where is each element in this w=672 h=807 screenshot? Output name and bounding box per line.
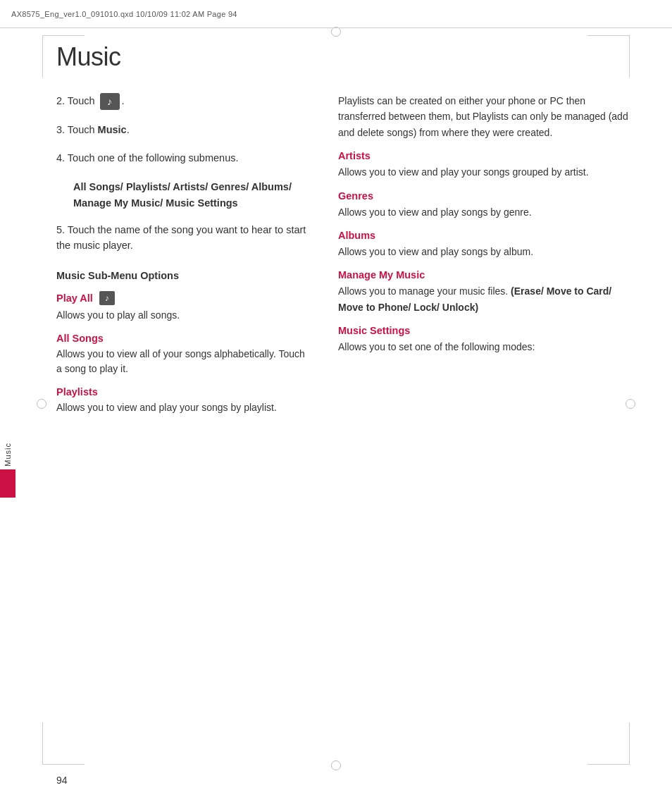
albums-text: Allows you to view and play songs by alb… [338, 244, 630, 259]
step-2-number: 2. Touch [56, 95, 98, 106]
submenu-playlists-text: Allows you to view and play your songs b… [56, 400, 310, 415]
header-text: AX8575_Eng_ver1.0_091010.qxd 10/10/09 11… [11, 10, 237, 18]
submenu-playlists: Playlists Allows you to view and play yo… [56, 386, 310, 415]
step-5-text: 5. Touch the name of the song you want t… [56, 224, 306, 251]
step-2-period: . [122, 95, 125, 106]
music-settings-text: Allows you to set one of the following m… [338, 339, 630, 355]
artists-text: Allows you to view and play your songs g… [338, 164, 630, 180]
manage-my-music-bold: (Erase/ Move to Card/ Move to Phone/ Loc… [338, 285, 611, 312]
main-content: Music 2. Touch . 3. Touch Music. 4. Touc… [56, 42, 630, 751]
corner-mark-tr-h [587, 35, 630, 36]
corner-mark-br-h [587, 764, 630, 765]
submenu-playlists-heading: Playlists [56, 386, 310, 398]
registration-mark-left [37, 399, 46, 409]
submenu-play-all: Play All Allows you to play all songs. [56, 291, 310, 323]
sub-section-heading: Music Sub-Menu Options [56, 270, 310, 281]
left-column: 2. Touch . 3. Touch Music. 4. Touch one … [56, 93, 310, 415]
step-3-number: 3. Touch [56, 124, 98, 135]
submenu-artists: Artists Allows you to view and play your… [338, 150, 630, 180]
playlists-label: Playlists [56, 386, 98, 398]
submenu-all-songs-text: Allows you to view all of your songs alp… [56, 347, 310, 376]
manage-my-music-heading: Manage My Music [338, 269, 630, 281]
registration-mark-bottom [331, 760, 341, 770]
submenu-play-all-heading: Play All [56, 291, 310, 305]
step-3-music-text: Music [98, 124, 127, 135]
genres-heading: Genres [338, 190, 630, 202]
registration-mark-top [331, 27, 341, 37]
play-all-icon [99, 291, 115, 305]
albums-heading: Albums [338, 230, 630, 241]
columns-layout: 2. Touch . 3. Touch Music. 4. Touch one … [56, 93, 630, 415]
step-4: 4. Touch one of the following submenus. [56, 151, 310, 166]
artists-heading: Artists [338, 150, 630, 161]
manage-my-music-text: Allows you to manage your music files. (… [338, 283, 630, 315]
submenu-all-songs-heading: All Songs [56, 333, 310, 344]
genres-text: Allows you to view and play songs by gen… [338, 204, 630, 220]
corner-mark-tl-v [42, 35, 43, 78]
music-icon-step2 [100, 93, 120, 110]
submenu-albums: Albums Allows you to view and play songs… [338, 230, 630, 259]
step-2: 2. Touch . [56, 93, 310, 110]
submenu-play-all-text: Allows you to play all songs. [56, 308, 310, 323]
side-tab-label: Music [4, 443, 12, 467]
corner-mark-tl-h [42, 35, 85, 36]
step-3: 3. Touch Music. [56, 123, 310, 138]
side-tab: Music [0, 437, 15, 529]
submenus-list: All Songs/ Playlists/ Artists/ Genres/ A… [73, 179, 310, 211]
submenu-manage-my-music: Manage My Music Allows you to manage you… [338, 269, 630, 315]
play-all-label: Play All [56, 292, 93, 304]
corner-mark-bl-h [42, 764, 85, 765]
submenu-music-settings: Music Settings Allows you to set one of … [338, 325, 630, 355]
all-songs-label: All Songs [56, 333, 104, 344]
right-column: Playlists can be created on either your … [338, 93, 630, 415]
step-5: 5. Touch the name of the song you want t… [56, 223, 310, 254]
side-tab-bar [0, 469, 15, 498]
submenu-all-songs: All Songs Allows you to view all of your… [56, 333, 310, 376]
page-title: Music [56, 42, 630, 72]
step-3-period: . [127, 124, 130, 135]
music-settings-heading: Music Settings [338, 325, 630, 336]
step-4-text: 4. Touch one of the following submenus. [56, 152, 239, 164]
corner-mark-bl-v [42, 722, 43, 765]
page-number: 94 [56, 775, 68, 786]
header-bar: AX8575_Eng_ver1.0_091010.qxd 10/10/09 11… [0, 0, 672, 28]
submenu-genres: Genres Allows you to view and play songs… [338, 190, 630, 220]
right-intro-para: Playlists can be created on either your … [338, 93, 630, 140]
